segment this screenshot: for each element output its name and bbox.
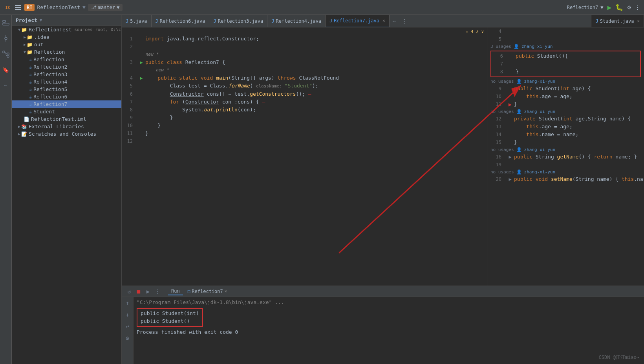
student-usages-1: 3 usages [490,44,511,49]
student-num-11: 11 [490,100,506,108]
code-hint-new1: new * [122,51,487,58]
student-line-11: 11 ▶ } [487,100,644,108]
tree-item-reflection1[interactable]: ☕ Reflection [12,56,121,63]
java-icon-reflection4: ☕ [29,79,32,85]
project-panel-chevron: ▼ [40,18,42,23]
tab-5java[interactable]: J 5.java [122,15,152,27]
split-editor: ⚠ 4 ∧ ∨ 1 import java.lang.reflect.Const… [122,27,644,286]
more-options[interactable]: ⋮ [635,4,640,10]
run-button[interactable]: ▶ [607,3,612,11]
bottom-tab-close[interactable]: ✕ [225,289,227,294]
tab-reflection7-close[interactable]: ✕ [382,18,385,23]
tab-reflection7[interactable]: J Reflection7.java ✕ [326,15,389,27]
student-line-7: 7 [492,60,639,68]
folder-icon-out: 📁 [27,42,33,47]
chevron-reflection-pkg: ▼ [24,50,26,54]
toolbar-stop-btn[interactable]: ■ [134,287,143,296]
debug-button[interactable]: 🐛 [615,4,623,11]
project-title[interactable]: ReflectionTest [37,4,80,10]
student-num-6: 6 [492,52,508,60]
settings-button[interactable]: ⚙ [627,4,631,11]
tree-item-scratches[interactable]: ▶ 📝 Scratches and Consoles [12,130,121,138]
tab-reflection4-label: Reflection4.java [276,18,321,24]
tab-student[interactable]: J Student.java ✕ [591,15,644,27]
student-user-icon-5: 👤 [516,169,522,175]
svg-rect-12 [7,56,9,57]
bottom-layout: ↑ ↓ ↩ ⚙ "C:\Program Files\Java\jdk-1.8\b… [122,297,644,364]
tree-item-external-libs[interactable]: ▶ 📚 External Libraries [12,123,121,130]
student-num-20: 20 [490,175,506,183]
student-line-6: 6 public Student(){ [492,52,639,60]
line-num-2: 2 [122,43,137,51]
svg-rect-5 [3,20,5,22]
student-content-11: } [514,100,644,108]
student-num-14: 14 [490,131,506,138]
tree-item-reflection6[interactable]: ☕ Reflection6 [12,93,121,100]
sidebar-project-icon[interactable] [1,18,11,27]
run-arrow-4[interactable]: ▶ [140,74,143,82]
bottom-settings-btn[interactable]: ⚙ [123,334,132,342]
tree-item-reflection5[interactable]: ☕ Reflection5 [12,86,121,93]
tree-item-out[interactable]: ▶ 📁 out [12,41,121,48]
code-line-7: 7 for (Constructor con :cons) { — [122,98,487,106]
sidebar-more-icon[interactable]: ⋯ [1,81,11,90]
code-line-1: 1 import java.lang.reflect.Constructor; [122,35,487,43]
tab-bar: J 5.java J Reflection6.java J Reflection… [122,15,644,27]
student-content-12: private Student(int age,String name) { [514,115,644,123]
student-num-10: 10 [490,93,506,100]
tab-reflection6[interactable]: J Reflection6.java [152,15,210,27]
tree-item-reflection7[interactable]: ☕ Reflection7 [12,100,121,108]
folder-icon-idea: 📁 [27,35,33,40]
tree-label-reflection6: Reflection6 [33,94,67,100]
bottom-tab-reflection7[interactable]: □ Reflection7 ✕ [185,289,231,294]
toolbar-rerun-btn[interactable]: ↺ [125,287,134,296]
svg-rect-6 [3,23,9,25]
student-usages-2: no usages [490,79,514,84]
tree-item-iml[interactable]: 📄 ReflectionTest.iml [12,115,121,123]
app-icon[interactable]: IC [4,4,12,11]
toolbar-resume-btn[interactable]: ▶ [144,287,152,296]
tab-reflection4[interactable]: J Reflection4.java [267,15,326,27]
line-num-8: 8 [122,106,137,114]
code-editor-student[interactable]: 4 5 3 usages 👤 zhang-xi-yun [487,27,644,286]
tree-label-reflection4: Reflection4 [33,79,67,85]
tab-options[interactable]: ⋮ [399,18,410,24]
line-num-5: 5 [122,82,137,90]
tree-item-reflection2[interactable]: ☕ Reflection2 [12,63,121,71]
tree-label-student: Student [33,109,55,115]
java-icon-student: ☕ [29,109,32,115]
tree-label-iml: ReflectionTest.iml [31,116,86,122]
bottom-tab-run[interactable]: Run [168,288,183,295]
sidebar-bookmark-icon[interactable]: 🔖 [1,65,11,75]
bottom-down-btn[interactable]: ↓ [123,310,132,319]
bottom-wrap-btn[interactable]: ↩ [123,322,132,331]
toolbar-more-btn[interactable]: ⋮ [153,287,162,296]
tree-item-student[interactable]: ☕ Student [12,108,121,115]
tree-suffix-reflectiontest: sources root, D:\cod [72,27,122,32]
run-arrow-3[interactable]: ▶ [140,58,143,66]
student-hint-2: no usages 👤 zhang-xi-yun [487,78,644,85]
student-user-1: zhang-xi-yun [521,44,553,49]
tab-reflection3[interactable]: J Reflection3.java [209,15,267,27]
tab-5java-label: 5.java [130,18,147,24]
sidebar-structure-icon[interactable] [1,49,11,59]
tree-item-reflection4[interactable]: ☕ Reflection4 [12,78,121,86]
svg-rect-3 [15,7,21,8]
tree-item-reflectiontest[interactable]: ▼ 📁 ReflectionTest sources root, D:\cod [12,26,121,33]
tree-item-idea[interactable]: ▶ 📁 .idea [12,33,121,41]
hamburger-menu[interactable] [14,4,22,11]
xml-icon-iml: 📄 [24,116,29,122]
output-path-line: "C:\Program Files\Java\jdk-1.8\bin\java.… [137,298,641,306]
tree-label-reflection3: Reflection3 [33,71,67,77]
tab-more-button[interactable]: ⋯ [390,18,399,24]
tree-item-reflection3[interactable]: ☕ Reflection3 [12,71,121,78]
bottom-up-btn[interactable]: ↑ [123,298,132,307]
sidebar-commit-icon[interactable] [1,34,11,43]
tab-student-close[interactable]: ✕ [637,18,640,24]
student-content-14: this.name = name; [514,131,644,138]
tree-item-reflection-pkg[interactable]: ▼ 📁 Reflection [12,48,121,56]
bottom-left-sidebar: ↑ ↓ ↩ ⚙ [122,297,134,364]
code-editor-reflection7[interactable]: ⚠ 4 ∧ ∨ 1 import java.lang.reflect.Const… [122,27,487,286]
branch-selector[interactable]: ⎇ master ▼ [88,4,123,11]
java-icon-reflection2: ☕ [29,64,32,70]
